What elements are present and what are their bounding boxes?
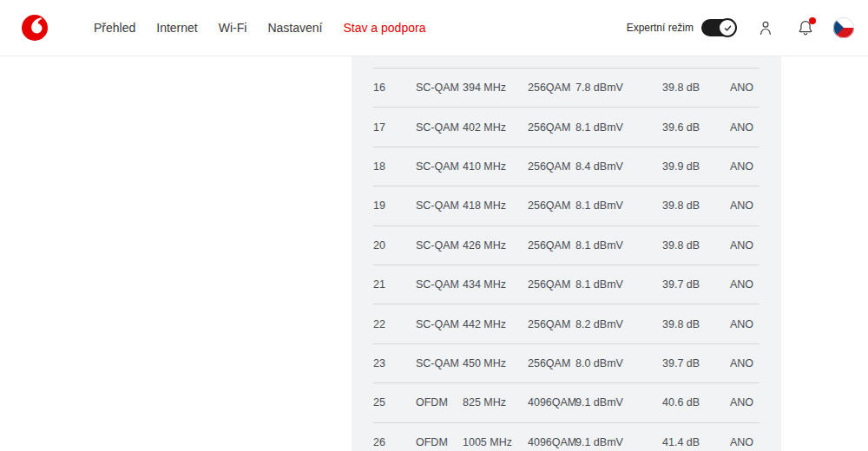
cell-modulation: 256QAM bbox=[528, 121, 575, 134]
cell-snr: 39.9 dB bbox=[662, 160, 730, 173]
cell-type: SC-QAM bbox=[416, 121, 463, 134]
cell-channel: 20 bbox=[373, 239, 416, 252]
cell-modulation: 4096QAM bbox=[528, 396, 575, 409]
cell-frequency: 410 MHz bbox=[463, 160, 528, 173]
cell-type: SC-QAM bbox=[416, 239, 463, 252]
cell-frequency: 394 MHz bbox=[463, 82, 528, 94]
cell-snr: 39.8 dB bbox=[662, 318, 730, 330]
table-row: 26 OFDM 1005 MHz 4096QAM 9.1 dBmV 41.4 d… bbox=[373, 422, 760, 451]
cell-snr: 41.4 dB bbox=[662, 436, 730, 448]
cell-type: OFDM bbox=[416, 436, 463, 448]
cell-frequency: 825 MHz bbox=[463, 396, 528, 409]
cell-channel: 26 bbox=[373, 436, 416, 448]
nav-item-prehled[interactable]: Přehled bbox=[94, 21, 135, 35]
cell-type: SC-QAM bbox=[416, 357, 463, 369]
account-icon[interactable] bbox=[760, 21, 772, 35]
cell-channel: 25 bbox=[373, 396, 416, 409]
cell-frequency: 418 MHz bbox=[463, 199, 528, 212]
cell-channel: 21 bbox=[373, 278, 416, 291]
cell-power: 8.1 dBmV bbox=[575, 239, 662, 252]
cell-channel: 16 bbox=[373, 82, 416, 94]
cell-type: SC-QAM bbox=[416, 199, 463, 212]
header: Přehled Internet Wi-Fi Nastavení Stav a … bbox=[0, 0, 868, 56]
nav-item-stav-a-podpora[interactable]: Stav a podpora bbox=[343, 21, 425, 35]
cell-frequency: 1005 MHz bbox=[463, 436, 528, 448]
cell-type: SC-QAM bbox=[416, 318, 463, 330]
cell-power: 8.1 dBmV bbox=[575, 278, 662, 291]
table-row: 23 SC-QAM 450 MHz 256QAM 8.0 dBmV 39.7 d… bbox=[373, 343, 760, 382]
main-nav: Přehled Internet Wi-Fi Nastavení Stav a … bbox=[94, 21, 425, 35]
cell-snr: 39.7 dB bbox=[662, 357, 730, 369]
cell-modulation: 256QAM bbox=[528, 357, 575, 369]
cell-power: 8.1 dBmV bbox=[575, 121, 662, 134]
nav-item-wifi[interactable]: Wi-Fi bbox=[219, 21, 247, 35]
cell-snr: 39.7 dB bbox=[662, 278, 730, 291]
cell-frequency: 434 MHz bbox=[463, 278, 528, 291]
table-row: 25 OFDM 825 MHz 4096QAM 9.1 dBmV 40.6 dB… bbox=[373, 382, 760, 422]
cell-snr: 40.6 dB bbox=[662, 396, 730, 409]
cell-modulation: 256QAM bbox=[528, 82, 575, 94]
table-row: 21 SC-QAM 434 MHz 256QAM 8.1 dBmV 39.7 d… bbox=[373, 265, 760, 304]
cell-frequency: 402 MHz bbox=[463, 121, 528, 134]
cell-locked: ANO bbox=[730, 436, 760, 448]
cell-type: SC-QAM bbox=[416, 160, 463, 173]
cell-frequency: 426 MHz bbox=[463, 239, 528, 252]
vodafone-logo[interactable] bbox=[22, 15, 48, 41]
cell-modulation: 256QAM bbox=[528, 160, 575, 173]
cell-power: 9.1 dBmV bbox=[575, 436, 662, 448]
nav-item-nastaveni[interactable]: Nastavení bbox=[267, 21, 322, 35]
cell-channel: 22 bbox=[373, 318, 416, 330]
table-row: 22 SC-QAM 442 MHz 256QAM 8.2 dBmV 39.8 d… bbox=[373, 304, 760, 343]
cell-channel: 17 bbox=[373, 121, 416, 134]
cell-modulation: 4096QAM bbox=[528, 436, 575, 448]
cell-modulation: 256QAM bbox=[528, 278, 575, 291]
cell-modulation: 256QAM bbox=[528, 239, 575, 252]
cell-locked: ANO bbox=[730, 318, 760, 330]
header-actions: Expertní režim bbox=[627, 17, 854, 38]
cell-snr: 39.6 dB bbox=[662, 121, 730, 134]
cell-modulation: 256QAM bbox=[528, 199, 575, 212]
cell-power: 8.2 dBmV bbox=[575, 318, 662, 330]
channel-table-panel: 16 SC-QAM 394 MHz 256QAM 7.8 dBmV 39.8 d… bbox=[352, 56, 781, 451]
table-row: 16 SC-QAM 394 MHz 256QAM 7.8 dBmV 39.8 d… bbox=[373, 68, 760, 107]
notifications-bell-icon[interactable] bbox=[799, 20, 812, 36]
cell-locked: ANO bbox=[730, 82, 760, 94]
cell-channel: 19 bbox=[373, 199, 416, 212]
cell-locked: ANO bbox=[730, 239, 760, 252]
channel-table-body: 16 SC-QAM 394 MHz 256QAM 7.8 dBmV 39.8 d… bbox=[373, 68, 760, 451]
cell-locked: ANO bbox=[730, 278, 760, 291]
notification-badge bbox=[809, 17, 816, 24]
cell-power: 9.1 dBmV bbox=[575, 396, 662, 409]
cell-snr: 39.8 dB bbox=[662, 82, 730, 94]
toggle-check-icon bbox=[718, 18, 737, 37]
main-content: 16 SC-QAM 394 MHz 256QAM 7.8 dBmV 39.8 d… bbox=[0, 56, 868, 451]
cell-channel: 23 bbox=[373, 357, 416, 369]
cell-power: 8.1 dBmV bbox=[575, 199, 662, 212]
cell-snr: 39.8 dB bbox=[662, 239, 730, 252]
expert-mode-label: Expertní režim bbox=[627, 22, 694, 34]
cell-power: 8.0 dBmV bbox=[575, 357, 662, 369]
nav-item-internet[interactable]: Internet bbox=[156, 21, 197, 35]
cell-frequency: 442 MHz bbox=[463, 318, 528, 330]
cell-type: SC-QAM bbox=[416, 278, 463, 291]
cell-snr: 39.8 dB bbox=[662, 199, 730, 212]
cell-type: OFDM bbox=[416, 396, 463, 409]
expert-mode-toggle[interactable] bbox=[701, 19, 736, 36]
table-row: 19 SC-QAM 418 MHz 256QAM 8.1 dBmV 39.8 d… bbox=[373, 186, 760, 225]
cell-locked: ANO bbox=[730, 121, 760, 134]
cell-locked: ANO bbox=[730, 357, 760, 369]
cell-locked: ANO bbox=[730, 160, 760, 173]
cell-locked: ANO bbox=[730, 199, 760, 212]
table-row: 18 SC-QAM 410 MHz 256QAM 8.4 dBmV 39.9 d… bbox=[373, 147, 760, 186]
cell-modulation: 256QAM bbox=[528, 318, 575, 330]
cell-type: SC-QAM bbox=[416, 82, 463, 94]
cell-power: 8.4 dBmV bbox=[575, 160, 662, 173]
cell-frequency: 450 MHz bbox=[463, 357, 528, 369]
cell-locked: ANO bbox=[730, 396, 760, 409]
table-row: 17 SC-QAM 402 MHz 256QAM 8.1 dBmV 39.6 d… bbox=[373, 107, 760, 146]
czech-flag-icon[interactable] bbox=[833, 17, 854, 38]
cell-channel: 18 bbox=[373, 160, 416, 173]
cell-power: 7.8 dBmV bbox=[575, 82, 662, 94]
table-row: 20 SC-QAM 426 MHz 256QAM 8.1 dBmV 39.8 d… bbox=[373, 226, 760, 265]
